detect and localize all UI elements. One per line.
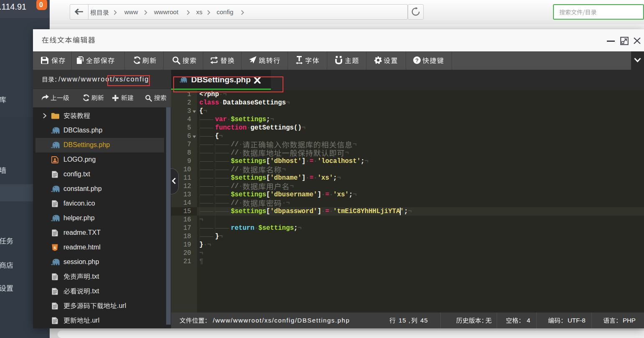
svg-text:?: ? (415, 57, 419, 64)
svg-text:5: 5 (54, 245, 56, 249)
